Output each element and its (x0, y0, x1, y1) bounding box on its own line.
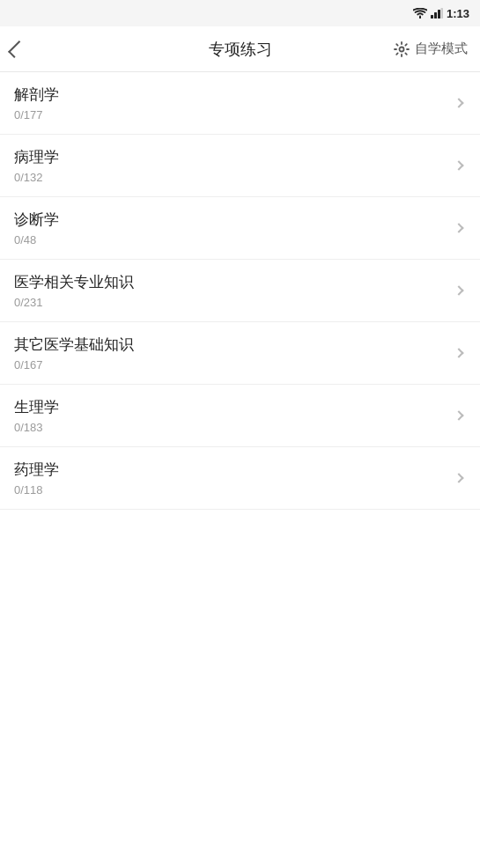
self-study-button[interactable]: 自学模式 (394, 40, 468, 57)
list-item[interactable]: 解剖学 0/177 (0, 72, 480, 135)
list-item-content: 医学相关专业知识 0/231 (14, 272, 134, 309)
svg-rect-2 (438, 10, 440, 18)
chevron-right-icon (454, 285, 463, 295)
svg-rect-0 (431, 15, 433, 18)
list-item-content: 药理学 0/118 (14, 460, 59, 497)
list-item-title: 病理学 (14, 147, 59, 167)
list-item-subtitle: 0/231 (14, 296, 134, 309)
back-chevron-icon (8, 40, 26, 58)
chevron-right-icon (454, 160, 463, 170)
list-item[interactable]: 药理学 0/118 (0, 447, 480, 510)
list-item-subtitle: 0/48 (14, 233, 59, 246)
status-icons: 1:13 (413, 7, 469, 20)
signal-icon (431, 8, 443, 18)
list-item-title: 其它医学基础知识 (14, 335, 134, 355)
list-item-content: 诊断学 0/48 (14, 210, 59, 246)
chevron-right-icon (454, 410, 463, 420)
list-item-title: 生理学 (14, 397, 59, 417)
wifi-icon (413, 8, 427, 18)
self-study-label: 自学模式 (415, 40, 468, 57)
list-item[interactable]: 病理学 0/132 (0, 135, 480, 197)
chevron-right-icon (454, 473, 463, 482)
page-title: 专项练习 (209, 39, 272, 60)
subject-list: 解剖学 0/177 病理学 0/132 诊断学 0/48 医学相关专业知识 0/… (0, 72, 480, 510)
list-item-title: 诊断学 (14, 210, 59, 230)
svg-rect-1 (434, 12, 437, 18)
back-button[interactable] (12, 38, 28, 61)
time-display: 1:13 (447, 7, 469, 20)
list-item-subtitle: 0/183 (14, 421, 59, 434)
svg-rect-3 (440, 8, 443, 18)
app-bar: 专项练习 自学模式 (0, 26, 480, 72)
chevron-right-icon (454, 98, 463, 107)
list-item-content: 其它医学基础知识 0/167 (14, 335, 134, 371)
list-item-subtitle: 0/177 (14, 108, 59, 121)
list-item-subtitle: 0/118 (14, 483, 59, 497)
list-item-content: 病理学 0/132 (14, 147, 59, 184)
list-item[interactable]: 其它医学基础知识 0/167 (0, 322, 480, 385)
list-item-content: 解剖学 0/177 (14, 85, 59, 121)
list-item-subtitle: 0/167 (14, 358, 134, 371)
list-item-title: 医学相关专业知识 (14, 272, 134, 292)
list-item-content: 生理学 0/183 (14, 397, 59, 434)
status-bar: 1:13 (0, 0, 480, 26)
gear-icon (394, 41, 410, 57)
list-item[interactable]: 医学相关专业知识 0/231 (0, 260, 480, 322)
list-item[interactable]: 诊断学 0/48 (0, 197, 480, 260)
list-item-title: 药理学 (14, 460, 59, 480)
list-item[interactable]: 生理学 0/183 (0, 385, 480, 447)
list-item-subtitle: 0/132 (14, 171, 59, 184)
chevron-right-icon (454, 348, 463, 357)
svg-point-4 (400, 47, 404, 51)
chevron-right-icon (454, 223, 463, 232)
list-item-title: 解剖学 (14, 85, 59, 105)
